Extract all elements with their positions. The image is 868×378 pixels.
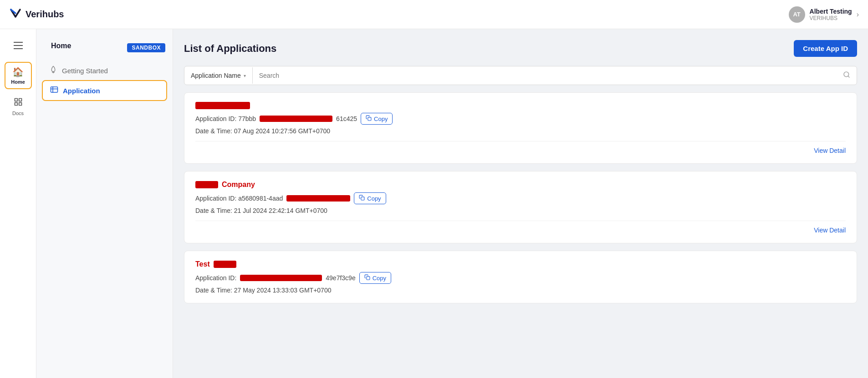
app-id-prefix-2: Application ID: a5680981-4aad <box>195 195 283 202</box>
sidebar-item-getting-started[interactable]: Getting Started <box>42 61 167 80</box>
app-id-redact-1 <box>260 116 332 122</box>
app-datetime-1: Date & Time: 07 Aug 2024 10:27:56 GMT+07… <box>195 127 846 135</box>
search-icon <box>837 66 857 85</box>
app-name-1 <box>195 102 846 109</box>
page-title: List of Applications <box>184 43 276 55</box>
app-id-row-2: Application ID: a5680981-4aad Copy <box>195 192 846 204</box>
svg-rect-9 <box>368 117 371 121</box>
copy-button-1[interactable]: Copy <box>361 113 393 125</box>
svg-rect-0 <box>15 98 17 101</box>
docs-label: Docs <box>12 111 24 116</box>
app-datetime-2: Date & Time: 21 Jul 2024 22:42:14 GMT+07… <box>195 207 846 214</box>
getting-started-label: Getting Started <box>62 67 108 75</box>
app-name-redact-2 <box>195 181 218 188</box>
avatar: AT <box>789 6 805 23</box>
app-id-suffix-1: 61c425 <box>336 115 357 122</box>
svg-rect-1 <box>19 98 21 101</box>
copy-icon-1 <box>366 115 372 122</box>
hamburger-line <box>14 45 23 46</box>
app-id-prefix-3: Application ID: <box>195 274 236 282</box>
home-label: Home <box>11 79 25 85</box>
copy-button-3[interactable]: Copy <box>359 272 391 284</box>
sandbox-badge: SANDBOX <box>127 43 165 52</box>
main-content: List of Applications Create App ID Appli… <box>173 29 868 378</box>
app-id-row-1: Application ID: 77bbb 61c425 Copy <box>195 113 846 125</box>
expanded-sidebar: Home SANDBOX Getting Started <box>36 29 173 378</box>
user-menu[interactable]: AT Albert Testing VERIHUBS › <box>789 6 859 23</box>
filter-dropdown-label: Application Name <box>191 72 241 79</box>
chevron-right-icon: › <box>857 10 859 19</box>
user-org: VERIHUBS <box>810 15 852 21</box>
app-datetime-3: Date & Time: 27 May 2024 13:33:03 GMT+07… <box>195 287 846 294</box>
user-name: Albert Testing <box>810 8 852 15</box>
application-icon <box>50 86 58 96</box>
app-id-redact-3 <box>240 275 322 281</box>
sidebar-header: Home <box>44 38 78 57</box>
app-card-1: Application ID: 77bbb 61c425 Copy Date &… <box>184 92 857 164</box>
home-icon: 🏠 <box>12 66 24 77</box>
view-detail-link-2[interactable]: View Detail <box>814 227 846 234</box>
copy-icon-3 <box>364 274 370 282</box>
app-id-row-3: Application ID: 49e7f3c9e Copy <box>195 272 846 284</box>
svg-rect-6 <box>51 87 58 92</box>
app-card-2: Company Application ID: a5680981-4aad Co… <box>184 171 857 243</box>
copy-label-1: Copy <box>374 116 388 122</box>
logo-area[interactable]: Verihubs <box>9 7 64 22</box>
sidebar-icon-home[interactable]: 🏠 Home <box>5 62 32 89</box>
app-name-redact-3 <box>214 261 236 268</box>
dropdown-arrow-icon: ▾ <box>244 73 246 78</box>
hamburger-line <box>14 48 23 49</box>
filter-dropdown[interactable]: Application Name ▾ <box>184 67 253 84</box>
app-id-suffix-3: 49e7f3c9e <box>326 274 355 282</box>
app-name-text-3a: Test <box>195 260 210 268</box>
app-name-3: Test <box>195 260 846 268</box>
card-footer-2: View Detail <box>195 221 846 234</box>
logo-text: Verihubs <box>26 9 64 20</box>
user-info: Albert Testing VERIHUBS <box>810 8 852 21</box>
application-label: Application <box>63 87 100 95</box>
svg-rect-11 <box>367 277 370 280</box>
hamburger-button[interactable] <box>9 36 27 55</box>
app-card-3: Test Application ID: 49e7f3c9e Copy <box>184 251 857 303</box>
main-layout: 🏠 Home Docs Home SANDBOX <box>0 29 868 378</box>
app-name-2: Company <box>195 181 846 189</box>
svg-line-8 <box>848 76 849 77</box>
app-id-prefix-1: Application ID: 77bbb <box>195 115 256 122</box>
filter-bar: Application Name ▾ <box>184 66 857 85</box>
rocket-icon <box>49 66 57 76</box>
copy-label-3: Copy <box>373 275 386 282</box>
app-name-text-2: Company <box>222 181 255 189</box>
hamburger-line <box>14 42 23 43</box>
copy-button-2[interactable]: Copy <box>354 192 386 204</box>
app-id-redact-2 <box>286 195 350 202</box>
docs-icon <box>14 97 23 109</box>
view-detail-link-1[interactable]: View Detail <box>814 147 846 154</box>
top-nav: Verihubs AT Albert Testing VERIHUBS › <box>0 0 868 29</box>
logo-v-icon <box>9 7 22 22</box>
page-header: List of Applications Create App ID <box>184 40 857 57</box>
sidebar-item-application[interactable]: Application <box>42 80 167 101</box>
copy-icon-2 <box>359 195 365 202</box>
svg-rect-2 <box>19 102 21 105</box>
card-footer-1: View Detail <box>195 141 846 154</box>
create-app-id-button[interactable]: Create App ID <box>794 40 857 57</box>
icon-sidebar: 🏠 Home Docs <box>0 29 36 378</box>
svg-rect-10 <box>361 197 364 200</box>
sidebar-icon-docs[interactable]: Docs <box>5 93 32 120</box>
app-name-redact-1 <box>195 102 250 109</box>
svg-rect-3 <box>15 102 17 105</box>
search-input[interactable] <box>253 67 837 84</box>
copy-label-2: Copy <box>367 195 381 202</box>
